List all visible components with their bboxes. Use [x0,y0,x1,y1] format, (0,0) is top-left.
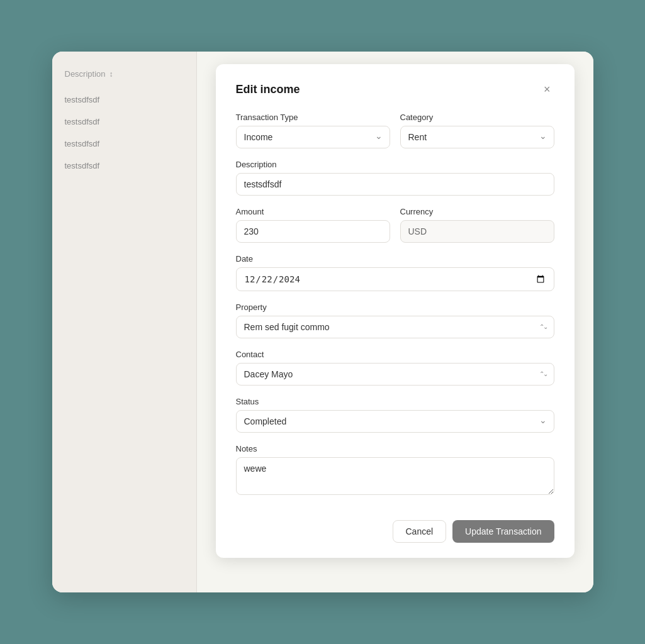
sidebar: Description ↕ testsdfsdf testsdfsdf test… [52,52,197,592]
currency-input [400,220,554,243]
main-content: Edit income × Transaction Type Income Ex… [197,52,593,592]
category-select[interactable]: Rent Utilities Other [400,126,554,148]
property-group: Property Rem sed fugit commo [236,303,554,338]
date-label: Date [236,254,554,264]
property-select[interactable]: Rem sed fugit commo [236,316,554,338]
contact-group: Contact Dacey Mayo [236,350,554,386]
cancel-button[interactable]: Cancel [393,520,447,543]
modal-title: Edit income [236,83,300,96]
description-group: Description [236,160,554,196]
contact-select[interactable]: Dacey Mayo [236,363,554,386]
status-select[interactable]: Completed Pending Cancelled [236,410,554,433]
amount-label: Amount [236,207,390,216]
property-wrapper: Rem sed fugit commo [236,316,554,338]
transaction-type-select[interactable]: Income Expense [236,126,390,148]
sidebar-header: Description ↕ [52,64,196,89]
sidebar-item-2[interactable]: testsdfsdf [52,111,196,133]
status-label: Status [236,397,554,406]
edit-income-modal: Edit income × Transaction Type Income Ex… [216,64,575,558]
update-transaction-button[interactable]: Update Transaction [452,520,554,543]
app-container: Description ↕ testsdfsdf testsdfsdf test… [52,52,593,592]
sidebar-item-4[interactable]: testsdfsdf [52,155,196,177]
modal-close-button[interactable]: × [540,82,554,97]
contact-label: Contact [236,350,554,359]
category-label: Category [400,113,554,122]
status-wrapper: Completed Pending Cancelled [236,410,554,433]
category-group: Category Rent Utilities Other [400,113,554,148]
notes-textarea[interactable] [236,457,554,495]
sidebar-item-3[interactable]: testsdfsdf [52,133,196,155]
modal-overlay: Edit income × Transaction Type Income Ex… [197,52,593,592]
notes-label: Notes [236,444,554,453]
date-group: Date [236,254,554,291]
modal-footer: Cancel Update Transaction [236,510,554,543]
transaction-type-group: Transaction Type Income Expense [236,113,390,148]
description-input[interactable] [236,173,554,196]
currency-group: Currency [400,207,554,243]
sidebar-item-1[interactable]: testsdfsdf [52,89,196,111]
transaction-type-label: Transaction Type [236,113,390,122]
currency-label: Currency [400,207,554,216]
property-label: Property [236,303,554,312]
contact-wrapper: Dacey Mayo [236,363,554,386]
date-input[interactable] [236,267,554,291]
amount-input[interactable] [236,220,390,243]
transaction-category-row: Transaction Type Income Expense Category [236,113,554,148]
description-label: Description [236,160,554,169]
modal-header: Edit income × [236,82,554,97]
sidebar-description-label: Description [65,69,106,79]
amount-currency-row: Amount Currency [236,207,554,243]
notes-group: Notes [236,444,554,495]
amount-group: Amount [236,207,390,243]
category-wrapper: Rent Utilities Other [400,126,554,148]
sort-icon: ↕ [109,70,113,79]
transaction-type-wrapper: Income Expense [236,126,390,148]
status-group: Status Completed Pending Cancelled [236,397,554,433]
